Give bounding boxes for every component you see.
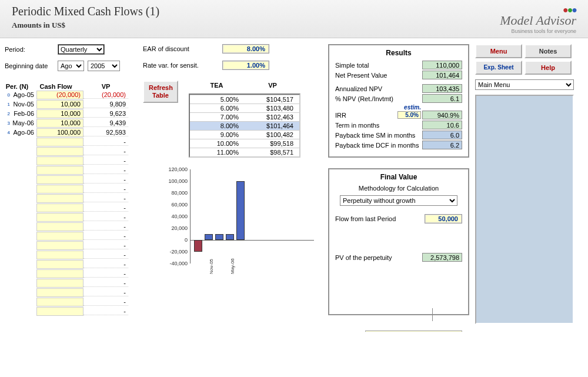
begin-year-select[interactable]: 2005 bbox=[88, 61, 120, 71]
sensitivity-table: 5.00%$104,5176.00%$103,4807.00%$102,4638… bbox=[189, 94, 300, 158]
row-vp: 9,809 bbox=[83, 101, 128, 108]
cash-flow-table: Per. (N) Cash Flow VP 0Ago-05(20,000)(20… bbox=[5, 83, 137, 316]
row-period: Ago-06 bbox=[12, 129, 36, 136]
side-panel-area bbox=[475, 95, 574, 324]
menu-button[interactable]: Menu bbox=[475, 44, 522, 58]
chart-y-tick: -20,000 bbox=[169, 249, 188, 255]
row-vp: - bbox=[83, 270, 128, 278]
cashflow-input[interactable] bbox=[36, 307, 83, 316]
cashflow-input[interactable] bbox=[36, 213, 83, 222]
cashflow-input[interactable] bbox=[36, 222, 83, 231]
main-menu-select[interactable]: Main Menu bbox=[475, 79, 574, 90]
table-row: - bbox=[5, 231, 137, 241]
row-vp: - bbox=[83, 204, 128, 212]
cashflow-input[interactable]: (20,000) bbox=[36, 91, 83, 99]
cashflow-input[interactable]: 10,000 bbox=[36, 119, 83, 128]
cashflow-input[interactable] bbox=[36, 156, 83, 165]
chart-bar bbox=[236, 181, 245, 240]
chart-x-tick: Nov-05 bbox=[209, 259, 214, 274]
row-index: 4 bbox=[5, 130, 12, 135]
estim-label: estim. bbox=[335, 104, 421, 111]
table-row: - bbox=[5, 241, 137, 250]
chart-y-tick: 120,000 bbox=[168, 166, 188, 172]
methodology-select[interactable]: Perpetuity without growth bbox=[340, 195, 457, 206]
result-value: 103,435 bbox=[422, 84, 462, 93]
chart-y-tick: 20,000 bbox=[171, 225, 188, 231]
ear-input[interactable]: 8.00% bbox=[222, 44, 269, 54]
cashflow-input[interactable] bbox=[36, 232, 83, 241]
sensitivity-row: 9.00%$100,482 bbox=[190, 130, 299, 139]
cashflow-input[interactable] bbox=[36, 260, 83, 269]
table-row: - bbox=[5, 193, 137, 203]
cashflow-input[interactable] bbox=[36, 166, 83, 175]
row-vp: - bbox=[83, 148, 128, 155]
result-row: Net Present Value101,464 bbox=[335, 71, 462, 79]
sensit-input[interactable]: 1.00% bbox=[222, 61, 269, 70]
table-row: - bbox=[5, 269, 137, 278]
result-value: 10.6 bbox=[422, 121, 462, 129]
cashflow-input[interactable]: 10,000 bbox=[36, 109, 83, 118]
export-sheet-button[interactable]: Exp. Sheet bbox=[475, 61, 522, 75]
logo: ●●● Model Advisor Business tools for eve… bbox=[500, 5, 576, 34]
flow-last-label: Flow from last Period bbox=[335, 215, 425, 222]
chart-y-tick: -40,000 bbox=[169, 261, 188, 266]
table-row: - bbox=[5, 278, 137, 288]
chart-y-tick: 80,000 bbox=[171, 190, 188, 196]
row-index: 2 bbox=[5, 111, 12, 116]
refresh-table-button[interactable]: Refresh Table bbox=[143, 81, 178, 103]
cashflow-input[interactable] bbox=[36, 298, 83, 306]
table-row: - bbox=[5, 306, 137, 316]
cashflow-input[interactable] bbox=[36, 138, 83, 146]
row-vp: 9,623 bbox=[83, 110, 128, 118]
help-button[interactable]: Help bbox=[524, 61, 572, 75]
cashflow-input[interactable] bbox=[36, 241, 83, 250]
row-vp: - bbox=[83, 261, 128, 268]
row-vp: 92,593 bbox=[83, 129, 128, 136]
page-title: Periodic Mixed Cash Flows (1) bbox=[12, 5, 159, 18]
result-row: Payback time DCF in months6.2 bbox=[335, 141, 462, 149]
table-row: - bbox=[5, 212, 137, 222]
cashflow-input[interactable] bbox=[36, 279, 83, 288]
cashflow-input[interactable] bbox=[36, 251, 83, 259]
cashflow-input[interactable] bbox=[36, 288, 83, 297]
row-vp: - bbox=[83, 213, 128, 221]
results-title: Results bbox=[335, 49, 462, 57]
row-index: 1 bbox=[5, 102, 12, 107]
flow-last-input[interactable]: 50,000 bbox=[425, 214, 462, 223]
cashflow-input[interactable] bbox=[36, 269, 83, 278]
period-select[interactable]: Quarterly bbox=[58, 44, 105, 55]
final-value-panel: Final Value Methodology for Calculation … bbox=[328, 168, 469, 315]
result-row: Annualized NPV103,435 bbox=[335, 84, 462, 93]
chart-y-tick: 40,000 bbox=[171, 213, 188, 219]
notes-button[interactable]: Notes bbox=[524, 44, 572, 58]
irr-estimate-input[interactable]: 5.0% bbox=[397, 111, 421, 119]
table-row: - bbox=[5, 288, 137, 297]
sensitivity-row: 10.00%$99,518 bbox=[190, 139, 299, 148]
cashflow-input[interactable]: 10,000 bbox=[36, 100, 83, 109]
period-label: Period: bbox=[5, 46, 58, 53]
row-index: 3 bbox=[5, 121, 12, 126]
result-value: 101,464 bbox=[422, 71, 462, 79]
cashflow-input[interactable]: 100,000 bbox=[36, 128, 83, 137]
cashflow-input[interactable] bbox=[36, 185, 83, 193]
cashflow-input[interactable] bbox=[36, 194, 83, 203]
row-period: Feb-06 bbox=[12, 110, 36, 117]
cashflow-input[interactable] bbox=[36, 147, 83, 156]
final-subtitle: Methodology for Calculation bbox=[335, 185, 462, 192]
final-title: Final Value bbox=[335, 173, 462, 181]
cashflow-chart: -40,000-20,000020,00040,00060,00080,0001… bbox=[143, 169, 322, 275]
cashflow-input[interactable] bbox=[36, 203, 83, 212]
row-period: May-06 bbox=[12, 119, 36, 126]
begin-month-select[interactable]: Ago bbox=[58, 61, 84, 71]
col-cashflow: Cash Flow bbox=[29, 83, 82, 90]
cashflow-input[interactable] bbox=[36, 175, 83, 184]
result-row: Term in months10.6 bbox=[335, 121, 462, 129]
logo-tagline: Business tools for everyone bbox=[500, 28, 576, 34]
chart-bar bbox=[215, 234, 223, 240]
table-row: - bbox=[5, 137, 137, 146]
tooltip-connector bbox=[432, 308, 433, 321]
row-vp: - bbox=[83, 298, 128, 306]
row-vp: - bbox=[83, 289, 128, 296]
tooltip-box: Insert the amount manually if you wish i… bbox=[365, 331, 462, 332]
row-vp: - bbox=[83, 176, 128, 184]
